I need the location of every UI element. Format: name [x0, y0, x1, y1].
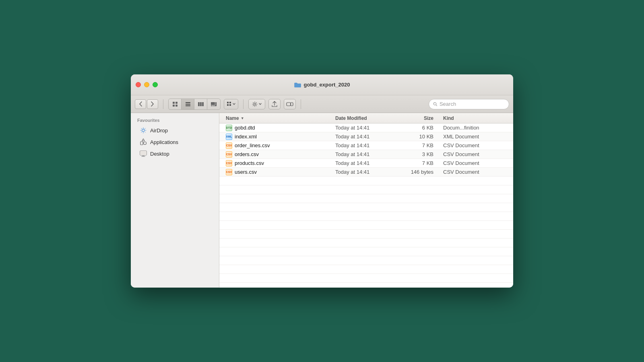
- col-header-size[interactable]: Size: [396, 115, 437, 121]
- close-button[interactable]: [136, 82, 141, 87]
- list-view-button[interactable]: [182, 99, 194, 109]
- tag-icon: [286, 102, 293, 107]
- gear-dropdown-icon: [259, 103, 262, 105]
- file-name: products.csv: [235, 160, 264, 166]
- col-header-name[interactable]: Name ▼: [219, 115, 332, 121]
- svg-rect-21: [291, 103, 293, 106]
- file-name-cell: CSV orders.csv: [219, 151, 332, 158]
- list-icon: [185, 102, 191, 107]
- gallery-icon: [211, 102, 217, 107]
- file-modified-cell: Today at 14:41: [332, 169, 396, 175]
- svg-rect-4: [186, 102, 190, 103]
- sidebar-item-airdrop[interactable]: AirDrop: [133, 125, 217, 136]
- svg-point-19: [254, 103, 256, 105]
- dropdown-arrow-icon: [233, 103, 235, 105]
- file-name-cell: CSV order_lines.csv: [219, 142, 332, 149]
- file-icon: CSV: [226, 151, 232, 158]
- traffic-lights: [136, 82, 158, 87]
- svg-rect-9: [202, 102, 204, 106]
- maximize-button[interactable]: [153, 82, 158, 87]
- svg-rect-15: [227, 102, 229, 103]
- svg-rect-14: [215, 102, 217, 106]
- chevron-right-icon: [151, 101, 154, 107]
- svg-rect-20: [287, 103, 291, 106]
- sidebar-item-desktop-label: Desktop: [150, 151, 169, 157]
- file-rows-container: DTD gobd.dtd Today at 14:41 6 KB Docum..…: [219, 123, 513, 177]
- share-button[interactable]: [268, 99, 281, 109]
- table-row[interactable]: DTD gobd.dtd Today at 14:41 6 KB Docum..…: [219, 123, 513, 132]
- search-icon: [433, 102, 438, 107]
- gear-icon: [252, 101, 258, 107]
- file-size-cell: 10 KB: [396, 134, 437, 140]
- sidebar-section-favourites: Favourites: [131, 116, 219, 124]
- file-kind-cell: Docum...finition: [437, 125, 513, 131]
- svg-rect-6: [186, 105, 190, 106]
- file-name: orders.csv: [235, 151, 259, 157]
- file-name-cell: CSV products.csv: [219, 160, 332, 167]
- svg-rect-24: [140, 142, 143, 145]
- svg-rect-18: [229, 104, 231, 106]
- window-title-area: gobd_export_2020: [294, 82, 350, 88]
- file-name-cell: CSV users.csv: [219, 169, 332, 175]
- file-modified-cell: Today at 14:41: [332, 125, 396, 131]
- view-options-dropdown[interactable]: [224, 99, 238, 109]
- applications-icon: [140, 138, 147, 146]
- svg-rect-3: [175, 105, 178, 107]
- search-box[interactable]: [429, 99, 509, 109]
- table-row[interactable]: CSV orders.csv Today at 14:41 3 KB CSV D…: [219, 150, 513, 159]
- sidebar-item-airdrop-label: AirDrop: [150, 128, 168, 134]
- table-row[interactable]: CSV order_lines.csv Today at 14:41 7 KB …: [219, 141, 513, 150]
- minimize-button[interactable]: [144, 82, 149, 87]
- svg-marker-25: [142, 139, 144, 141]
- svg-rect-5: [186, 104, 190, 105]
- svg-rect-13: [214, 105, 215, 106]
- col-header-kind[interactable]: Kind: [437, 115, 513, 121]
- column-headers: Name ▼ Date Modified Size Kind: [219, 113, 513, 123]
- file-name: users.csv: [235, 169, 257, 175]
- file-name-cell: XML index.xml: [219, 134, 332, 140]
- file-size-cell: 6 KB: [396, 125, 437, 131]
- column-view-button[interactable]: [194, 99, 207, 109]
- file-kind-cell: XML Document: [437, 134, 513, 140]
- file-list: Name ▼ Date Modified Size Kind DTD gobd.…: [219, 113, 513, 288]
- airdrop-icon: [140, 127, 147, 134]
- sidebar-item-desktop[interactable]: Desktop: [133, 148, 217, 159]
- svg-rect-7: [198, 102, 200, 106]
- file-name: order_lines.csv: [235, 142, 270, 148]
- file-icon: XML: [226, 134, 232, 140]
- chevron-left-icon: [139, 101, 142, 107]
- toolbar-divider-3: [301, 99, 301, 109]
- svg-rect-8: [200, 102, 202, 106]
- file-name-cell: DTD gobd.dtd: [219, 125, 332, 131]
- sidebar-item-applications[interactable]: Applications: [133, 136, 217, 148]
- forward-button[interactable]: [147, 99, 158, 109]
- icon-view-button[interactable]: [169, 99, 182, 109]
- table-row[interactable]: CSV users.csv Today at 14:41 146 bytes C…: [219, 168, 513, 177]
- svg-point-23: [142, 129, 144, 132]
- file-icon: CSV: [226, 142, 232, 149]
- columns-icon: [198, 102, 204, 107]
- desktop-icon: [140, 150, 147, 157]
- window-title: gobd_export_2020: [304, 82, 350, 88]
- file-size-cell: 7 KB: [396, 160, 437, 166]
- finder-window: gobd_export_2020: [131, 74, 513, 288]
- svg-rect-1: [175, 102, 178, 104]
- svg-rect-17: [227, 104, 229, 106]
- back-button[interactable]: [135, 99, 146, 109]
- file-size-cell: 146 bytes: [396, 169, 437, 175]
- file-size-cell: 7 KB: [396, 142, 437, 148]
- file-modified-cell: Today at 14:41: [332, 134, 396, 140]
- col-header-modified[interactable]: Date Modified: [332, 115, 396, 121]
- search-input[interactable]: [440, 101, 505, 107]
- table-row[interactable]: CSV products.csv Today at 14:41 7 KB CSV…: [219, 159, 513, 168]
- sidebar: Favourites AirDrop: [131, 113, 219, 288]
- file-icon: CSV: [226, 160, 232, 167]
- title-bar: gobd_export_2020: [131, 74, 513, 95]
- view-buttons: [168, 99, 221, 110]
- tag-button[interactable]: [284, 99, 296, 109]
- action-button[interactable]: [248, 99, 265, 109]
- table-row[interactable]: XML index.xml Today at 14:41 10 KB XML D…: [219, 132, 513, 141]
- grid-icon: [172, 101, 178, 107]
- sort-arrow-icon: ▼: [241, 116, 244, 120]
- gallery-view-button[interactable]: [207, 99, 220, 109]
